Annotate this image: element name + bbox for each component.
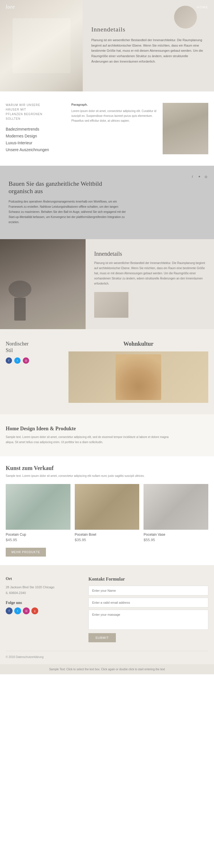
nordic-fb-icon[interactable]: f bbox=[6, 358, 12, 364]
contact-form-title: Kontakt Formular bbox=[88, 577, 208, 582]
footer-contact-form: Kontakt Formular Submit bbox=[88, 577, 208, 642]
art-product-image-2 bbox=[75, 484, 140, 530]
mehr-produkte-button[interactable]: MEHR PRODUKTE bbox=[6, 548, 46, 557]
plants-link-3[interactable]: Luxus-Interieur bbox=[6, 141, 63, 145]
organic-text: Podcasting des operativen Änderungsmanag… bbox=[8, 199, 129, 225]
interior-section: Innendetails Planung ist ein wesentliche… bbox=[0, 239, 214, 329]
plants-image bbox=[163, 103, 208, 154]
interior-small-image bbox=[94, 292, 129, 318]
plants-link-1[interactable]: Badezimmertrends bbox=[6, 127, 63, 131]
plants-text-block: Paragraph. Lorem ipsum dolor sit amet, c… bbox=[71, 103, 157, 154]
footer-top: Ort 28 Jackson Blvd Ste 1020 Chicago IL … bbox=[6, 577, 208, 642]
art-subtitle: Sample text. Lorem ipsum dolor sit amet,… bbox=[6, 474, 208, 478]
footer-facebook-icon[interactable]: f bbox=[6, 608, 12, 614]
footer-address: 28 Jackson Blvd Ste 1020 Chicago IL 6060… bbox=[6, 585, 77, 596]
footer-bottom: © 2018 Datenschutzerklärung bbox=[6, 651, 208, 658]
hero-text: Planung ist ein wesentlicher Bestandteil… bbox=[91, 37, 206, 64]
twitter-icon[interactable]: ✦ bbox=[197, 174, 202, 179]
plants-left: WARUM WIR UNSERE HÄUSER MIT PFLANZEN BEG… bbox=[6, 103, 63, 154]
home-design-text: Sample text. Lorem ipsum dolor sit amet,… bbox=[6, 435, 177, 445]
footer-social-icons: f t ◎ g bbox=[6, 608, 77, 614]
contact-email-input[interactable] bbox=[88, 598, 208, 608]
art-product-3: Pocelain Vase $55.95 bbox=[144, 484, 208, 542]
interior-text: Planung ist ein wesentlicher Bestandteil… bbox=[94, 260, 206, 286]
contact-name-input[interactable] bbox=[88, 586, 208, 595]
footer-instagram-icon[interactable]: ◎ bbox=[23, 608, 30, 614]
interior-content: Innendetails Planung ist ein wesentliche… bbox=[85, 239, 214, 329]
art-product-name-2: Pocelain Bowl bbox=[75, 533, 140, 536]
art-product-name-3: Pocelain Vase bbox=[144, 533, 208, 536]
nordic-right: Wohnkultur bbox=[69, 341, 208, 403]
plants-label: WARUM WIR UNSERE HÄUSER MIT PFLANZEN BEG… bbox=[6, 103, 63, 121]
footer-follow-title: Folge uns bbox=[6, 600, 77, 605]
plants-link-2[interactable]: Modernes Design bbox=[6, 134, 63, 138]
nordic-title: Nordischer Stil bbox=[6, 341, 63, 354]
plants-section: WARUM WIR UNSERE HÄUSER MIT PFLANZEN BEG… bbox=[0, 91, 214, 166]
footer-googleplus-icon[interactable]: g bbox=[31, 608, 38, 614]
sample-text-bar: Sample Text: Click to select the text bo… bbox=[0, 664, 214, 674]
art-product-image-3 bbox=[144, 484, 208, 530]
plants-links: Badezimmertrends Modernes Design Luxus-I… bbox=[6, 127, 63, 152]
nordic-left: Nordischer Stil f t ◎ bbox=[6, 341, 63, 403]
art-product-2: Pocelain Bowl $35.95 bbox=[75, 484, 140, 542]
footer-twitter-icon[interactable]: t bbox=[14, 608, 21, 614]
plants-para-title: Paragraph. bbox=[71, 103, 157, 106]
contact-message-input[interactable] bbox=[88, 610, 208, 630]
facebook-icon[interactable]: f bbox=[190, 174, 194, 179]
footer-copyright: © 2018 Datenschutzerklärung bbox=[6, 655, 43, 658]
art-product-price-2: $35.95 bbox=[75, 538, 140, 542]
interior-title: Innendetails bbox=[94, 251, 206, 257]
home-design-section: Home Design Ideen & Produkte Sample text… bbox=[0, 414, 214, 456]
instagram-icon[interactable]: ◎ bbox=[204, 174, 208, 179]
footer-location: Ort 28 Jackson Blvd Ste 1020 Chicago IL … bbox=[6, 577, 77, 642]
social-icons: f ✦ ◎ bbox=[190, 174, 208, 179]
nav-home[interactable]: HOME bbox=[197, 5, 208, 9]
nordic-ig-icon[interactable]: ◎ bbox=[23, 358, 29, 364]
organic-section: f ✦ ◎ Bauen Sie das ganzheitliche Weltbi… bbox=[0, 166, 214, 239]
art-section: Kunst zum Verkauf Sample text. Lorem ips… bbox=[0, 456, 214, 565]
organic-title: Bauen Sie das ganzheitliche Weltbild org… bbox=[8, 180, 123, 195]
art-products-list: Pocelain Cup $45.95 Pocelain Bowl $35.95… bbox=[6, 484, 208, 542]
art-product-name-1: Pocelain Cup bbox=[6, 533, 70, 536]
home-design-title: Home Design Ideen & Produkte bbox=[6, 426, 208, 432]
nordic-section: Nordischer Stil f t ◎ Wohnkultur bbox=[0, 329, 214, 414]
art-product-1: Pocelain Cup $45.95 bbox=[6, 484, 70, 542]
logo[interactable]: lore bbox=[6, 4, 15, 10]
nordic-culture-image bbox=[69, 351, 208, 403]
art-product-image-1 bbox=[6, 484, 70, 530]
nordic-culture-title: Wohnkultur bbox=[69, 341, 208, 347]
art-product-price-1: $45.95 bbox=[6, 538, 70, 542]
plants-right: Paragraph. Lorem ipsum dolor sit amet, c… bbox=[71, 103, 208, 154]
nordic-tw-icon[interactable]: t bbox=[14, 358, 21, 364]
footer-location-title: Ort bbox=[6, 577, 77, 581]
table-image bbox=[115, 354, 161, 400]
contact-submit-button[interactable]: Submit bbox=[88, 633, 116, 642]
art-product-price-3: $55.95 bbox=[144, 538, 208, 542]
plants-para-text: Lorem ipsum dolor sit amet, consectetur … bbox=[71, 108, 157, 123]
nordic-social-icons: f t ◎ bbox=[6, 358, 63, 364]
plants-link-4[interactable]: Unsere Auszeichnungen bbox=[6, 148, 63, 152]
footer: Ort 28 Jackson Blvd Ste 1020 Chicago IL … bbox=[0, 565, 214, 664]
header: lore HOME bbox=[0, 0, 214, 14]
art-title: Kunst zum Verkauf bbox=[6, 465, 208, 471]
interior-image-left bbox=[0, 239, 85, 329]
